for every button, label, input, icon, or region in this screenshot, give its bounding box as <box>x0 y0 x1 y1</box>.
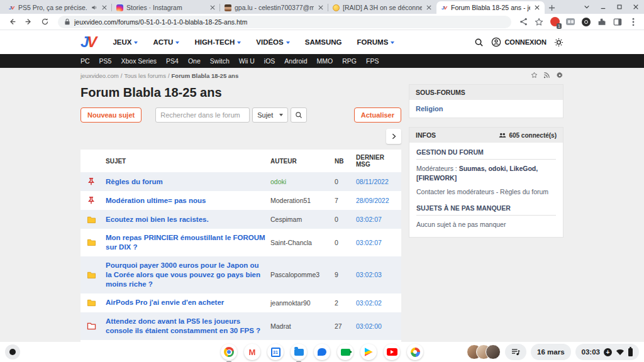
media-controls-button[interactable] <box>505 344 526 360</box>
site-search-icon[interactable] <box>474 38 484 47</box>
play-store-icon[interactable] <box>360 344 377 360</box>
subnav-mmo[interactable]: MMO <box>317 57 333 65</box>
last-msg-link[interactable]: 03:02:07 <box>356 239 382 246</box>
refresh-button[interactable]: Actualiser <box>354 107 401 123</box>
subnav-fps[interactable]: FPS <box>366 57 379 65</box>
tab-close-icon[interactable] <box>425 4 433 11</box>
forum-search-input[interactable] <box>155 107 250 123</box>
nav-videos[interactable]: VIDÉOS <box>256 38 289 46</box>
chrome-icon[interactable] <box>221 344 237 360</box>
next-page-button[interactable] <box>386 129 401 144</box>
table-row[interactable]: Règles du forum odoki 0 08/11/2022 <box>80 172 401 191</box>
tab-audio-icon[interactable] <box>91 4 97 11</box>
forum-rules-link[interactable]: Règles du forum <box>500 188 548 195</box>
subnav-one[interactable]: One <box>188 57 201 65</box>
extension-gray-icon[interactable] <box>565 16 576 28</box>
forward-button[interactable] <box>21 15 35 29</box>
nav-jeux[interactable]: JEUX <box>113 38 138 46</box>
subnav-ios[interactable]: iOS <box>264 57 275 65</box>
back-button[interactable] <box>5 15 19 29</box>
media-thumbnails[interactable] <box>467 344 501 359</box>
bookmark-star-icon[interactable] <box>533 16 545 28</box>
table-row[interactable]: Ecoutez moi bien les racistes. Cespimam … <box>80 210 401 229</box>
subnav-xbox-series[interactable]: Xbox Series <box>121 57 157 65</box>
table-row[interactable]: AirPods Pro j'ai envie d'en acheter jean… <box>80 293 401 312</box>
topic-link[interactable]: Ecoutez moi bien les racistes. <box>106 215 265 224</box>
table-row[interactable]: Mon repas PRINCIER émoustillant le FOROU… <box>80 229 401 256</box>
subnav-ps5[interactable]: PS5 <box>99 57 112 65</box>
tab-raid[interactable]: [RAID] A 3H on se déconnecte T <box>328 1 436 14</box>
status-tray[interactable]: 03:03 + <box>575 344 639 360</box>
tab-ps5-article[interactable]: JV PS5 Pro, ça se précise. Cet i <box>4 1 112 14</box>
menu-3dot-icon[interactable] <box>628 16 639 28</box>
topic-link[interactable]: Règles du forum <box>106 177 265 187</box>
topic-link[interactable]: Mon repas PRINCIER émoustillant le FOROU… <box>106 233 265 252</box>
tab-close-icon[interactable] <box>533 4 541 11</box>
tab-forum-blabla-active[interactable]: JV Forum Blabla 18-25 ans - jeuxvid <box>436 1 545 14</box>
sous-forum-religion-link[interactable]: Religion <box>416 105 443 112</box>
topic-link[interactable]: AirPods Pro j'ai envie d'en acheter <box>106 298 265 307</box>
dark-mode-sun-icon[interactable] <box>554 38 564 47</box>
extension-dark-icon[interactable] <box>580 16 592 28</box>
table-row[interactable]: Modération ultime= pas nous Moderation51… <box>80 191 401 210</box>
adblock-extension-icon[interactable]: 1 <box>549 16 560 28</box>
new-tab-button[interactable] <box>545 1 558 14</box>
nav-high-tech[interactable]: HIGH-TECH <box>194 38 241 46</box>
subnav-wiiu[interactable]: Wii U <box>239 57 255 65</box>
launcher-button[interactable] <box>5 344 20 359</box>
table-row[interactable]: Attendez donc avant la PS5 les joueurs c… <box>80 312 401 340</box>
last-msg-link[interactable]: 28/09/2022 <box>356 197 389 204</box>
forum-search-button[interactable] <box>291 107 307 123</box>
breadcrumb-home[interactable]: jeuxvideo.com <box>80 72 119 79</box>
subnav-ps4[interactable]: PS4 <box>166 57 179 65</box>
topic-link[interactable]: Pourquoi payer 3000 euros pour le Japon … <box>106 261 265 289</box>
maximize-button[interactable] <box>611 0 628 14</box>
subnav-rpg[interactable]: RPG <box>342 57 357 65</box>
jv-logo[interactable]: JV <box>80 33 95 51</box>
last-msg-link[interactable]: 03:02:07 <box>356 216 382 223</box>
last-msg-link[interactable]: 03:02:02 <box>356 299 382 307</box>
subnav-switch[interactable]: Switch <box>210 57 230 65</box>
favorite-star-icon[interactable] <box>531 72 538 79</box>
topic-link[interactable]: Modération ultime= pas nous <box>106 196 265 206</box>
photos-icon[interactable] <box>407 344 423 360</box>
last-msg-link[interactable]: 08/11/2022 <box>356 178 389 185</box>
reload-button[interactable] <box>38 15 52 29</box>
subnav-android[interactable]: Android <box>284 57 307 65</box>
close-window-button[interactable] <box>628 0 644 14</box>
last-msg-link[interactable]: 03:02:00 <box>356 322 382 330</box>
side-panel-icon[interactable] <box>612 16 623 28</box>
search-type-select[interactable]: Sujet <box>252 107 288 123</box>
tab-close-icon[interactable] <box>209 4 216 11</box>
minimize-button[interactable] <box>595 0 611 14</box>
contact-moderators-link[interactable]: Contacter les modérateurs <box>416 188 494 195</box>
padlock-icon[interactable] <box>64 18 70 25</box>
subnav-pc[interactable]: PC <box>80 57 90 65</box>
date-pill[interactable]: 16 mars <box>531 344 570 360</box>
youtube-icon[interactable] <box>384 344 400 360</box>
connexion-button[interactable]: CONNEXION <box>491 37 547 47</box>
nav-forums[interactable]: FORUMS <box>357 38 395 46</box>
calendar-icon[interactable]: 31 <box>267 344 284 360</box>
files-icon[interactable] <box>291 344 307 360</box>
rss-icon[interactable] <box>543 72 550 79</box>
share-icon[interactable] <box>518 16 529 28</box>
tab-close-icon[interactable] <box>317 4 325 11</box>
gmail-icon[interactable]: M <box>244 344 260 360</box>
meet-icon[interactable] <box>337 344 353 360</box>
new-topic-button[interactable]: Nouveau sujet <box>80 107 142 123</box>
gear-icon[interactable] <box>556 72 564 79</box>
breadcrumb-forums[interactable]: Tous les forums <box>124 72 166 79</box>
address-bar[interactable]: jeuxvideo.com/forums/0-51-0-1-0-1-0-blab… <box>58 16 511 28</box>
tab-close-icon[interactable] <box>101 4 108 11</box>
extensions-puzzle-icon[interactable] <box>596 16 608 28</box>
tab-instagram[interactable]: Stories · Instagram <box>112 1 220 14</box>
nav-samsung[interactable]: SAMSUNG <box>305 38 342 46</box>
topic-link[interactable]: Attendez donc avant la PS5 les joueurs c… <box>106 317 265 336</box>
last-msg-link[interactable]: 03:02:03 <box>356 271 382 278</box>
nav-actu[interactable]: ACTU <box>153 38 179 46</box>
tab-gpa-lu[interactable]: gpa.lu - celestin700377@mxxsrd <box>220 1 328 14</box>
tab-search-chevron-icon[interactable] <box>579 0 595 14</box>
table-row[interactable]: Pourquoi payer 3000 euros pour le Japon … <box>80 256 401 293</box>
chat-icon[interactable] <box>314 344 330 360</box>
